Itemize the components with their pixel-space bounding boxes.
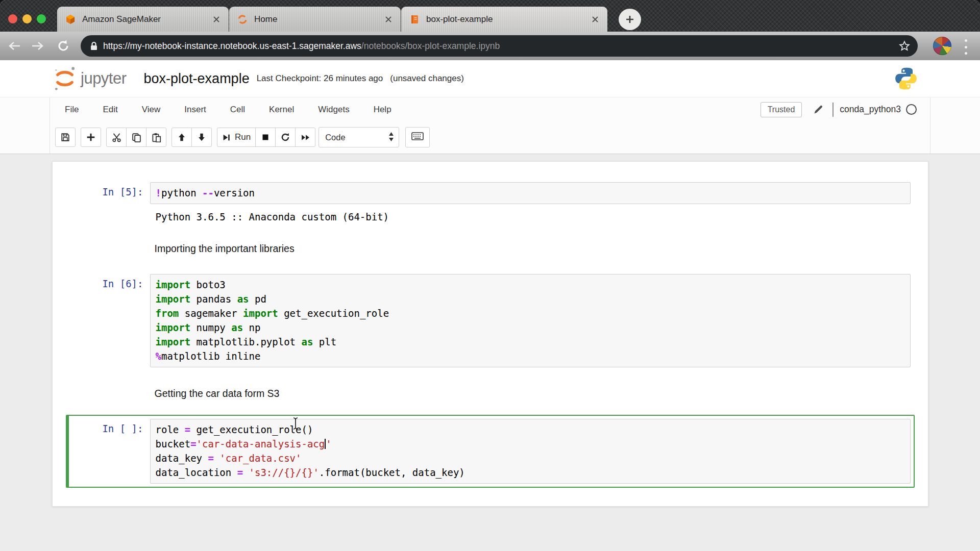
cell-content: import boto3import pandas as pdfrom sage… <box>150 274 911 367</box>
cell-prompt <box>69 387 150 400</box>
cell-content: Getting the car data form S3 <box>150 387 911 400</box>
add-cell-icon <box>86 133 95 142</box>
code-input-area[interactable]: !python --version <box>150 182 911 204</box>
code-line: from sagemaker import get_execution_role <box>156 306 910 320</box>
mouse-ibeam-cursor <box>292 417 299 432</box>
cell-type-selected-value: Code <box>319 133 345 142</box>
code-line: data_key = 'car_data.csv' <box>156 451 910 465</box>
window-zoom-button[interactable] <box>37 14 46 23</box>
sagemaker-icon <box>65 14 76 24</box>
stop-icon <box>261 133 270 141</box>
markdown-cell[interactable]: Importing the important libraries <box>66 238 915 260</box>
menu-file[interactable]: File <box>65 105 79 115</box>
menu-help[interactable]: Help <box>374 105 391 115</box>
paste-icon <box>152 133 161 142</box>
tab-label: Amazon SageMaker <box>82 14 211 24</box>
url-path-text: /notebooks/box-plot-example.ipynb <box>361 41 500 52</box>
toolbar-button-group <box>81 128 101 147</box>
jupyter-ring-icon <box>237 14 248 24</box>
cell-type-select[interactable]: Code <box>318 127 399 147</box>
markdown-cell[interactable]: Getting the car data form S3 <box>66 383 915 405</box>
restart-button[interactable] <box>275 128 296 147</box>
bookmark-star-icon[interactable] <box>898 40 911 52</box>
save-icon <box>61 133 70 142</box>
menu-insert[interactable]: Insert <box>184 105 206 115</box>
browser-toolbar: https://my-notebook-instance.notebook.us… <box>0 32 980 61</box>
move-down-button[interactable] <box>191 128 212 147</box>
browser-tab-notebook[interactable]: box-plot-example <box>401 7 607 32</box>
browser-tab-home[interactable]: Home <box>229 7 401 32</box>
code-cell[interactable]: In [5]:!python --versionPython 3.6.5 :: … <box>66 178 915 227</box>
tab-close-icon[interactable] <box>211 14 222 24</box>
fast-forward-button[interactable] <box>295 128 315 147</box>
new-tab-button[interactable] <box>619 9 641 30</box>
menu-edit[interactable]: Edit <box>103 105 117 115</box>
toolbar-button-group <box>55 128 76 147</box>
menu-view[interactable]: View <box>142 105 161 115</box>
move-up-button[interactable] <box>172 128 192 147</box>
select-arrows-icon <box>388 132 394 144</box>
toolbar-groups: Run <box>50 128 315 147</box>
cut-button[interactable] <box>106 128 127 147</box>
code-line: !python --version <box>156 186 910 200</box>
add-cell-button[interactable] <box>81 128 101 147</box>
cut-icon <box>112 133 121 142</box>
notebook-scroll-area[interactable]: In [5]:!python --versionPython 3.6.5 :: … <box>0 154 980 551</box>
jupyter-logo[interactable]: jupyter <box>53 66 127 91</box>
code-line: bucket='car-data-analysis-acg' <box>156 437 910 451</box>
toolbar-button-group <box>106 128 166 147</box>
toolbar-button-group: Run <box>217 128 315 147</box>
forward-icon[interactable] <box>31 39 45 53</box>
window-minimize-button[interactable] <box>22 14 32 23</box>
restart-icon <box>281 133 290 142</box>
menu-widgets[interactable]: Widgets <box>318 105 349 115</box>
notebook-title[interactable]: box-plot-example <box>144 71 250 87</box>
window-close-button[interactable] <box>8 14 17 23</box>
reload-icon[interactable] <box>56 39 70 53</box>
move-down-icon <box>197 133 206 142</box>
code-cell[interactable]: In [6]:import boto3import pandas as pdfr… <box>66 270 915 371</box>
tab-label: Home <box>254 14 383 24</box>
tab-close-icon[interactable] <box>590 14 600 24</box>
markdown-text: Getting the car data form S3 <box>150 387 911 400</box>
notebook-icon <box>409 14 420 24</box>
browser-profile-avatar[interactable] <box>933 37 951 55</box>
cell-prompt <box>69 242 150 256</box>
code-line: import matplotlib.pyplot as plt <box>156 335 910 349</box>
jupyter-header: jupyter box-plot-example Last Checkpoint… <box>0 60 980 97</box>
keyboard-icon <box>411 132 424 143</box>
browser-tab-sagemaker[interactable]: Amazon SageMaker <box>57 7 229 32</box>
pencil-icon[interactable] <box>813 105 823 115</box>
tab-label: box-plot-example <box>426 14 590 24</box>
markdown-text: Importing the important libraries <box>150 242 911 256</box>
stop-button[interactable] <box>255 128 276 147</box>
cell-prompt: In [5]: <box>69 182 150 222</box>
browser-tab-bar: Amazon SageMaker Home box-plot-example <box>0 0 980 32</box>
code-input-area[interactable]: role = get_execution_role()bucket='car-d… <box>150 419 911 484</box>
code-cell[interactable]: In [ ]:role = get_execution_role()bucket… <box>66 415 915 488</box>
browser-menu-icon[interactable] <box>963 38 969 56</box>
paste-button[interactable] <box>146 128 166 147</box>
cell-prompt: In [ ]: <box>69 419 150 484</box>
trusted-button[interactable]: Trusted <box>761 102 802 117</box>
python-logo-icon <box>893 65 919 92</box>
save-button[interactable] <box>55 128 76 147</box>
run-button[interactable]: Run <box>217 128 256 147</box>
code-line: import boto3 <box>156 278 910 292</box>
code-line: %matplotlib inline <box>156 349 910 363</box>
copy-button[interactable] <box>126 128 146 147</box>
url-bar[interactable]: https://my-notebook-instance.notebook.us… <box>81 35 918 57</box>
jupyter-menu-bar: File Edit View Insert Cell Kernel Widget… <box>0 97 980 121</box>
code-input-area[interactable]: import boto3import pandas as pdfrom sage… <box>150 274 911 367</box>
command-palette-button[interactable] <box>405 127 430 147</box>
notebook-container: In [5]:!python --versionPython 3.6.5 :: … <box>52 161 928 507</box>
cell-content: Importing the important libraries <box>150 242 911 256</box>
tab-close-icon[interactable] <box>383 14 394 24</box>
notebook-cells: In [5]:!python --versionPython 3.6.5 :: … <box>66 178 915 488</box>
menu-kernel[interactable]: Kernel <box>269 105 294 115</box>
kernel-idle-indicator <box>906 104 917 115</box>
move-up-icon <box>177 133 186 142</box>
code-line: data_location = 's3://{}/{}'.format(buck… <box>156 465 910 480</box>
back-icon[interactable] <box>7 39 21 53</box>
menu-cell[interactable]: Cell <box>230 105 245 115</box>
